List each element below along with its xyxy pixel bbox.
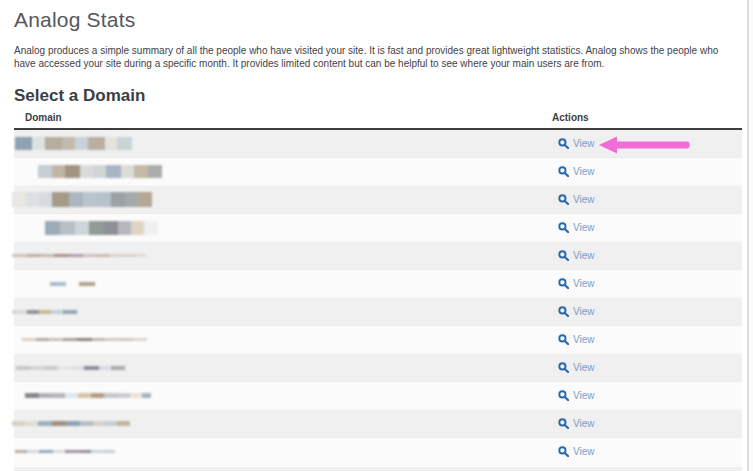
redacted-domain <box>22 338 147 341</box>
actions-cell: View <box>552 242 742 269</box>
page-edge-gutter <box>749 0 753 471</box>
domain-cell <box>14 354 552 381</box>
view-link-label: View <box>573 390 595 401</box>
table-row: View <box>14 354 742 382</box>
redacted-domain <box>50 282 95 286</box>
domain-cell <box>14 130 552 157</box>
magnifier-icon <box>558 222 569 233</box>
magnifier-icon <box>558 166 569 177</box>
view-link-label: View <box>573 334 595 345</box>
redacted-domain <box>12 421 130 426</box>
domain-cell <box>14 270 552 297</box>
magnifier-icon <box>558 446 569 457</box>
redacted-domain <box>15 450 115 453</box>
view-link[interactable]: View <box>558 446 595 457</box>
analog-stats-page: Analog Stats Analog produces a simple su… <box>0 0 753 471</box>
view-link[interactable]: View <box>558 166 595 177</box>
view-link-label: View <box>573 306 595 317</box>
view-link[interactable]: View <box>558 250 595 261</box>
domain-cell <box>14 438 552 465</box>
view-link-label: View <box>573 278 595 289</box>
view-link[interactable]: View <box>558 362 595 373</box>
view-link[interactable]: View <box>558 278 595 289</box>
actions-cell: View <box>552 158 742 185</box>
column-header-domain: Domain <box>25 112 62 123</box>
view-link[interactable]: View <box>558 194 595 205</box>
view-link[interactable]: View <box>558 306 595 317</box>
magnifier-icon <box>558 418 569 429</box>
page-title: Analog Stats <box>14 8 135 32</box>
actions-cell: View <box>552 382 742 409</box>
view-link[interactable]: View <box>558 390 595 401</box>
domain-cell <box>14 186 552 213</box>
actions-cell: View <box>552 130 742 157</box>
table-row: View <box>14 326 742 354</box>
magnifier-icon <box>558 138 569 149</box>
table-row: View <box>14 186 742 214</box>
domain-cell <box>14 242 552 269</box>
actions-cell: View <box>552 186 742 213</box>
table-row: View <box>14 158 742 186</box>
magnifier-icon <box>558 390 569 401</box>
domain-cell <box>14 214 552 241</box>
domain-cell <box>14 410 552 437</box>
domain-cell <box>14 382 552 409</box>
table-row: View <box>14 438 742 466</box>
redacted-domain <box>25 393 151 398</box>
magnifier-icon <box>558 306 569 317</box>
magnifier-icon <box>558 278 569 289</box>
table-row: View <box>14 214 742 242</box>
section-heading: Select a Domain <box>14 86 145 106</box>
table-row: View <box>14 298 742 326</box>
view-link[interactable]: View <box>558 138 595 149</box>
column-header-actions: Actions <box>552 112 589 123</box>
actions-cell: View <box>552 214 742 241</box>
table-row: View <box>14 410 742 438</box>
partial-next-row <box>14 467 742 471</box>
view-link-label: View <box>573 166 595 177</box>
actions-cell: View <box>552 326 742 353</box>
view-link[interactable]: View <box>558 334 595 345</box>
actions-cell: View <box>552 438 742 465</box>
magnifier-icon <box>558 334 569 345</box>
magnifier-icon <box>558 194 569 205</box>
view-link-label: View <box>573 418 595 429</box>
redacted-domain <box>12 254 146 257</box>
table-row: View <box>14 382 742 410</box>
redacted-domain <box>16 366 125 370</box>
redacted-domain <box>12 192 152 207</box>
actions-cell: View <box>552 270 742 297</box>
view-link-label: View <box>573 446 595 457</box>
view-link-label: View <box>573 194 595 205</box>
redacted-domain <box>38 165 162 178</box>
domain-cell <box>14 298 552 325</box>
magnifier-icon <box>558 250 569 261</box>
view-link-label: View <box>573 138 595 149</box>
actions-cell: View <box>552 298 742 325</box>
domain-cell <box>14 158 552 185</box>
view-link-label: View <box>573 222 595 233</box>
table-row: View <box>14 242 742 270</box>
page-description: Analog produces a simple summary of all … <box>14 44 738 70</box>
actions-cell: View <box>552 354 742 381</box>
view-link[interactable]: View <box>558 222 595 233</box>
view-link-label: View <box>573 250 595 261</box>
redacted-domain <box>12 310 77 314</box>
view-link-label: View <box>573 362 595 373</box>
magnifier-icon <box>558 362 569 373</box>
domain-table: ViewViewViewViewViewViewViewViewViewView… <box>14 130 742 466</box>
redacted-domain <box>15 137 132 150</box>
actions-cell: View <box>552 410 742 437</box>
table-row: View <box>14 270 742 298</box>
table-row: View <box>14 130 742 158</box>
domain-cell <box>14 326 552 353</box>
view-link[interactable]: View <box>558 418 595 429</box>
redacted-domain <box>45 221 158 235</box>
